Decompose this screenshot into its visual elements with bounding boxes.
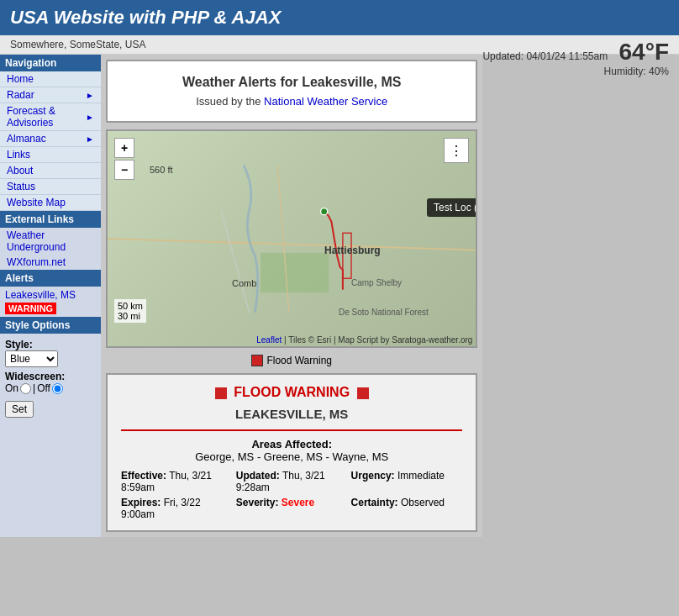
script-credit: Map Script by Saratoga-weather.org <box>338 335 472 345</box>
expires-cell: Expires: Fri, 3/22 9:00am <box>121 497 233 520</box>
alert-header-box: Weather Alerts for Leakesville, MS Issue… <box>106 60 477 123</box>
updated-time: 11:55am <box>569 50 608 62</box>
flood-title: FLOOD WARNING <box>234 385 350 399</box>
humidity-value: 40% <box>649 66 669 77</box>
severity-label: Severity: <box>236 497 279 508</box>
scale-km: 50 km <box>118 301 143 311</box>
flood-detail-box: FLOOD WARNING LEAKESVILLE, MS Areas Affe… <box>106 373 477 532</box>
detail-updated-label: Updated: <box>236 470 280 482</box>
map-tooltip: Test Loc (our station location) <box>427 198 477 217</box>
expires-label: Expires: <box>121 497 161 508</box>
style-label: Style: <box>5 339 33 350</box>
road-left <box>221 210 250 312</box>
certainty-label: Certainty: <box>351 497 398 508</box>
map-credits: Leaflet | Tiles © Esri | Map Script by S… <box>256 335 472 345</box>
style-section: Style: Blue Red Green Classic Widescreen… <box>0 334 101 423</box>
certainty-cell: Certainty: Observed <box>351 497 463 520</box>
severity-cell: Severity: Severe <box>236 497 348 520</box>
widescreen-separator: | <box>33 382 35 394</box>
river-path <box>244 165 258 312</box>
location-text: Somewhere, SomeState, USA <box>10 39 145 50</box>
map-controls: + − <box>114 138 134 180</box>
tooltip-text: Test Loc (our station location) <box>434 202 477 213</box>
urgency-value: Immediate <box>397 470 445 482</box>
altitude-label: 560 ft <box>150 165 173 175</box>
sidebar-item-home[interactable]: Home <box>0 71 101 87</box>
effective-label: Effective: <box>121 470 166 482</box>
leaflet-link[interactable]: Leaflet <box>256 335 282 345</box>
page-header: USA Website with PHP & AJAX <box>0 0 679 35</box>
zoom-in-button[interactable]: + <box>114 138 134 158</box>
sidebar-item-almanac[interactable]: Almanac► <box>0 131 101 147</box>
legend-label: Flood Warning <box>266 355 332 366</box>
alert-location-link[interactable]: Leakesville, MS <box>5 289 96 301</box>
widescreen-on-radio[interactable] <box>20 383 31 394</box>
map-background: + − ⋮ 560 ft Test Loc (our station locat… <box>108 131 476 346</box>
areas-affected: Areas Affected: George, MS - Greene, MS … <box>121 438 462 463</box>
widescreen-off-radio[interactable] <box>52 383 63 394</box>
content-area: Weather Alerts for Leakesville, MS Issue… <box>101 55 482 537</box>
scale-mi: 30 mi <box>118 311 143 321</box>
camp-shelby-label: Camp Shelby <box>351 278 402 287</box>
alerts-header: Alerts <box>0 270 101 287</box>
flood-location: LEAKESVILLE, MS <box>121 407 462 421</box>
alert-title: Weather Alerts for Leakesville, MS <box>121 75 462 90</box>
ext-header: External Links <box>0 211 101 228</box>
warning-badge: WARNING <box>5 303 56 314</box>
station-pin <box>321 208 328 215</box>
legend-color-box <box>251 355 263 366</box>
nav-header: Navigation <box>0 55 101 71</box>
sidebar-item-website-map[interactable]: Website Map <box>0 195 101 211</box>
flood-icon-right <box>357 387 369 399</box>
layers-button[interactable]: ⋮ <box>444 138 469 163</box>
sidebar-alert: Leakesville, MS WARNING <box>0 287 101 317</box>
sidebar: Navigation Home Radar► Forecast &Advisor… <box>0 55 101 537</box>
humidity-label: Humidity: <box>604 66 646 77</box>
flood-warning-header: FLOOD WARNING <box>121 385 462 400</box>
sidebar-item-weather-underground[interactable]: Weather Underground <box>0 228 101 255</box>
sidebar-item-links[interactable]: Links <box>0 147 101 163</box>
areas-text: George, MS - Greene, MS - Wayne, MS <box>195 450 388 463</box>
widescreen-off-label: Off <box>37 382 50 394</box>
alert-subtitle: Issued by the National Weather Service <box>121 95 462 108</box>
arrow-icon-almanac: ► <box>86 134 94 144</box>
map-legend: Flood Warning <box>106 355 477 366</box>
map-scale: 50 km 30 mi <box>114 299 146 323</box>
map-container: + − ⋮ 560 ft Test Loc (our station locat… <box>106 129 477 348</box>
road-vertical <box>277 165 288 312</box>
certainty-value: Observed <box>401 497 445 508</box>
comb-label: Comb <box>232 278 256 288</box>
flood-icon-left <box>215 387 227 399</box>
nws-link[interactable]: National Weather Service <box>264 95 387 108</box>
severity-value: Severe <box>282 497 314 508</box>
urgency-label: Urgency: <box>351 470 395 482</box>
widescreen-label: Widescreen: <box>5 371 65 382</box>
zoom-out-button[interactable]: − <box>114 160 134 180</box>
forest-area <box>261 253 329 292</box>
updated-date: 04/01/24 <box>526 50 566 62</box>
flood-divider <box>121 429 462 431</box>
sidebar-item-about[interactable]: About <box>0 163 101 179</box>
areas-header: Areas Affected: <box>251 438 332 450</box>
tiles-credit: Tiles © Esri <box>288 335 331 345</box>
detail-grid: Effective: Thu, 3/21 8:59am Updated: Thu… <box>121 470 462 520</box>
sidebar-item-radar[interactable]: Radar► <box>0 87 101 103</box>
arrow-icon: ► <box>86 91 94 100</box>
highway-line <box>108 239 476 250</box>
widescreen-row: Widescreen: On | Off <box>5 371 96 394</box>
urgency-cell: Urgency: Immediate <box>351 470 463 493</box>
sidebar-item-forecast[interactable]: Forecast &Advisories► <box>0 103 101 131</box>
main-layout: Navigation Home Radar► Forecast &Advisor… <box>0 55 482 537</box>
updated-label: Updated: <box>482 50 524 62</box>
temperature-display: 64°F <box>619 39 669 65</box>
style-options-header: Style Options <box>0 317 101 334</box>
widescreen-on-label: On <box>5 382 18 394</box>
desoto-label: De Soto National Forest <box>339 308 429 317</box>
subheader: Somewhere, SomeState, USA Updated: 04/01… <box>0 35 679 55</box>
updated-cell: Updated: Thu, 3/21 9:28am <box>236 470 348 493</box>
sidebar-item-wxforum[interactable]: WXforum.net <box>0 255 101 270</box>
style-select[interactable]: Blue Red Green Classic <box>5 350 58 367</box>
hattiesburg-label: Hattiesburg <box>324 245 381 256</box>
sidebar-item-status[interactable]: Status <box>0 179 101 195</box>
set-button[interactable]: Set <box>5 401 34 418</box>
